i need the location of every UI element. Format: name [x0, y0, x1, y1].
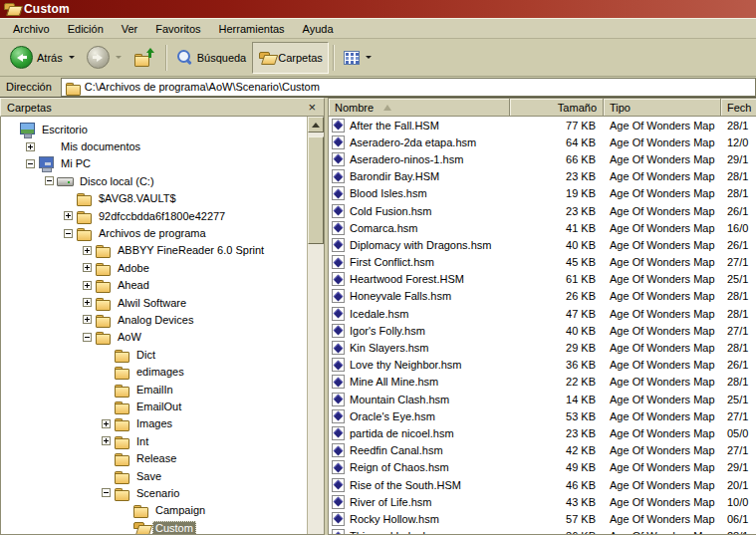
tree-item--avg8-vault-[interactable]: $AVG8.VAULT$	[1, 190, 307, 207]
back-dropdown-icon[interactable]	[69, 56, 75, 59]
collapse-minus-icon[interactable]	[83, 333, 92, 342]
file-row[interactable]: Honeyvale Falls.hsm26 KBAge Of Wonders M…	[329, 288, 756, 305]
tree-item-alwil-software[interactable]: Alwil Software	[1, 294, 307, 311]
file-row[interactable]: Barondir Bay.HSM23 KBAge Of Wonders Map2…	[329, 168, 756, 185]
file-row[interactable]: After the Fall.HSM77 KBAge Of Wonders Ma…	[329, 117, 756, 134]
file-row[interactable]: Mountain Clash.hsm14 KBAge Of Wonders Ma…	[329, 391, 756, 407]
tree-item-custom[interactable]: Custom	[1, 519, 307, 534]
file-date: 28/1	[721, 290, 756, 302]
file-size: 42 KB	[510, 444, 604, 456]
file-row[interactable]: Aseradero-2da etapa.hsm64 KBAge Of Wonde…	[329, 134, 756, 150]
file-row[interactable]: Reign of Chaos.hsm49 KBAge Of Wonders Ma…	[329, 459, 756, 476]
collapse-minus-icon[interactable]	[45, 176, 54, 185]
tree-item-save[interactable]: Save	[1, 467, 307, 484]
file-row[interactable]: Kin Slayers.hsm29 KBAge Of Wonders Map28…	[329, 339, 756, 356]
menu-archivo[interactable]: Archivo	[4, 20, 59, 38]
column-header-tamano[interactable]: Tamaño	[510, 99, 604, 116]
file-row[interactable]: Cold Fusion.hsm23 KBAge Of Wonders Map26…	[329, 202, 756, 219]
file-row[interactable]: Rocky Hollow.hsm57 KBAge Of Wonders Map0…	[329, 510, 756, 527]
menu-favoritos[interactable]: Favoritos	[146, 20, 209, 38]
menu-edicion[interactable]: Edición	[59, 20, 113, 38]
menu-ayuda[interactable]: Ayuda	[294, 20, 343, 38]
tree-item-emailout[interactable]: EmailOut	[1, 398, 307, 414]
tree-item-ahead[interactable]: Ahead	[1, 277, 307, 294]
expand-plus-icon[interactable]	[83, 263, 92, 272]
file-row[interactable]: Heartwood Forest.HSM61 KBAge Of Wonders …	[329, 271, 756, 288]
column-header-fecha[interactable]: Fech	[721, 99, 756, 116]
tree-item-analog-devices[interactable]: Analog Devices	[1, 311, 307, 328]
column-header-tipo[interactable]: Tipo	[604, 99, 721, 116]
tree-item-abbyy-finereader-6-0-sprint[interactable]: ABBYY FineReader 6.0 Sprint	[1, 242, 307, 259]
file-row[interactable]: Comarca.hsm41 KBAge Of Wonders Map16/0	[329, 219, 756, 236]
column-header-nombre[interactable]: Nombre	[329, 99, 510, 116]
sort-asc-icon	[383, 105, 391, 111]
file-row[interactable]: River of Life.hsm43 KBAge Of Wonders Map…	[329, 493, 756, 510]
folder-icon	[95, 295, 111, 311]
file-row[interactable]: Rise of the South.HSM46 KBAge Of Wonders…	[329, 476, 756, 493]
expand-plus-icon[interactable]	[83, 298, 92, 307]
file-row[interactable]: Love thy Neighbor.hsm36 KBAge Of Wonders…	[329, 357, 756, 374]
tree-item-92dfccbdda6f1800e42277[interactable]: 92dfccbdda6f1800e42277	[1, 207, 307, 224]
tree-scrollbar[interactable]	[307, 117, 324, 534]
tree-item-scenario[interactable]: Scenario	[1, 484, 307, 501]
views-dropdown-icon[interactable]	[366, 56, 372, 59]
file-row[interactable]: Mine All Mine.hsm22 KBAge Of Wonders Map…	[329, 374, 756, 391]
views-button[interactable]	[338, 42, 378, 74]
search-icon	[176, 49, 193, 66]
tree-item-escritorio[interactable]: Escritorio	[1, 121, 307, 137]
close-icon[interactable]: ×	[306, 102, 318, 114]
tree-item-archivos-de-programa[interactable]: Archivos de programa	[1, 224, 307, 241]
tree-item-disco-local-c-[interactable]: Disco local (C:)	[1, 172, 307, 189]
file-name-cell: Barondir Bay.HSM	[329, 169, 510, 183]
forward-dropdown-icon[interactable]	[116, 56, 122, 59]
tree-item-edimages[interactable]: edimages	[1, 363, 307, 380]
expand-plus-icon[interactable]	[26, 142, 35, 151]
file-name-cell: Aseradero-2da etapa.hsm	[329, 135, 510, 149]
search-button[interactable]: Búsqueda	[170, 42, 253, 74]
address-input[interactable]: C:\Archivos de programa\AoW\Scenario\Cus…	[61, 78, 756, 97]
tree-item-mis-documentos[interactable]: Mis documentos	[1, 137, 307, 154]
back-button[interactable]: Atrás	[4, 42, 81, 74]
file-date: 10/0	[721, 496, 756, 508]
file-row[interactable]: Igor's Folly.hsm40 KBAge Of Wonders Map2…	[329, 322, 756, 339]
tree-item-campaign[interactable]: Campaign	[1, 502, 307, 519]
file-type: Age Of Wonders Map	[604, 479, 721, 491]
scrollbar-thumb[interactable]	[308, 136, 324, 244]
tree-item-release[interactable]: Release	[1, 449, 307, 466]
file-row[interactable]: Oracle's Eye.hsm53 KBAge Of Wonders Map2…	[329, 407, 756, 424]
tree-item-emailin[interactable]: EmailIn	[1, 381, 307, 398]
file-row[interactable]: Icedale.hsm47 KBAge Of Wonders Map28/1	[329, 305, 756, 322]
expand-plus-icon[interactable]	[83, 315, 92, 324]
expand-plus-icon[interactable]	[64, 211, 73, 220]
menu-herramientas[interactable]: Herramientas	[210, 20, 294, 38]
up-button[interactable]	[127, 42, 161, 74]
tree-item-mi-pc[interactable]: Mi PC	[1, 155, 307, 172]
tree-item-label: Adobe	[115, 261, 152, 275]
folders-button[interactable]: Carpetas	[252, 42, 329, 74]
tree-item-aow[interactable]: AoW	[1, 329, 307, 346]
menu-ver[interactable]: Ver	[113, 20, 147, 38]
collapse-minus-icon[interactable]	[64, 229, 73, 238]
file-row[interactable]: First Conflict.hsm45 KBAge Of Wonders Ma…	[329, 254, 756, 271]
file-row[interactable]: partida de nicoel.hsm23 KBAge Of Wonders…	[329, 424, 756, 441]
file-row[interactable]: Diplomacy with Dragons.hsm40 KBAge Of Wo…	[329, 236, 756, 253]
tree-item-dict[interactable]: Dict	[1, 346, 307, 363]
file-row[interactable]: Reedfin Canal.hsm42 KBAge Of Wonders Map…	[329, 442, 756, 459]
forward-button[interactable]	[81, 42, 127, 74]
expand-plus-icon[interactable]	[83, 246, 92, 255]
file-row[interactable]: Aseradero-ninos-1.hsm66 KBAge Of Wonders…	[329, 150, 756, 167]
expand-plus-icon[interactable]	[83, 281, 92, 290]
tree-item-adobe[interactable]: Adobe	[1, 259, 307, 276]
scroll-up-icon[interactable]	[308, 117, 324, 133]
file-name: Reign of Chaos.hsm	[350, 461, 449, 473]
file-type: Age Of Wonders Map	[604, 187, 721, 199]
tree-item-int[interactable]: Int	[1, 432, 307, 449]
file-row[interactable]: Thinreed Lake.hsm36 KBAge Of Wonders Map…	[329, 528, 756, 535]
expand-plus-icon[interactable]	[102, 419, 111, 428]
collapse-minus-icon[interactable]	[102, 488, 111, 497]
expand-plus-icon[interactable]	[102, 436, 111, 445]
file-row[interactable]: Blood Isles.hsm19 KBAge Of Wonders Map28…	[329, 185, 756, 202]
collapse-minus-icon[interactable]	[26, 159, 35, 168]
tree-item-images[interactable]: Images	[1, 415, 307, 432]
tree-item-label: Archivos de programa	[96, 226, 209, 240]
